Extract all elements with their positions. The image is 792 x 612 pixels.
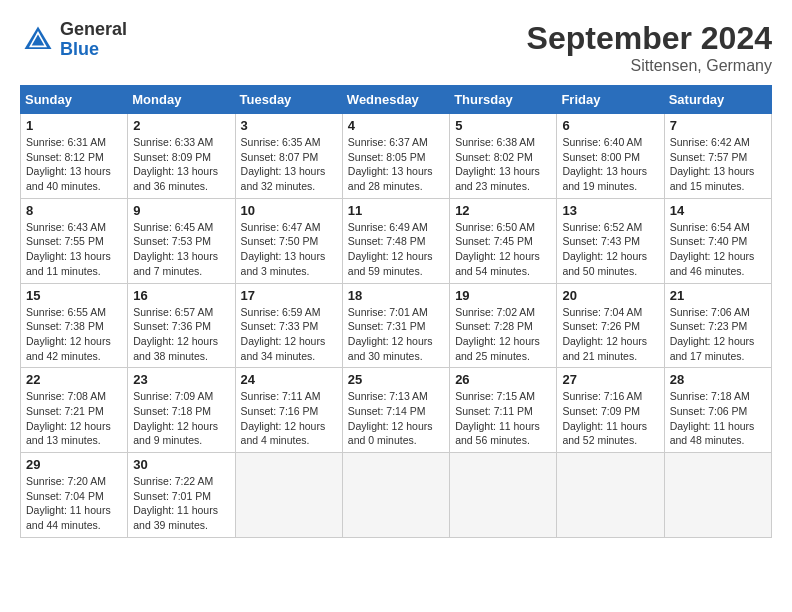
header-sunday: Sunday	[21, 86, 128, 114]
day-cell: 22 Sunrise: 7:08 AMSunset: 7:21 PMDaylig…	[21, 368, 128, 453]
header-monday: Monday	[128, 86, 235, 114]
day-info: Sunrise: 6:49 AMSunset: 7:48 PMDaylight:…	[348, 220, 444, 279]
day-number: 7	[670, 118, 766, 133]
day-info: Sunrise: 7:15 AMSunset: 7:11 PMDaylight:…	[455, 389, 551, 448]
day-cell: 28 Sunrise: 7:18 AMSunset: 7:06 PMDaylig…	[664, 368, 771, 453]
calendar: SundayMondayTuesdayWednesdayThursdayFrid…	[20, 85, 772, 538]
week-row-3: 15 Sunrise: 6:55 AMSunset: 7:38 PMDaylig…	[21, 283, 772, 368]
day-info: Sunrise: 6:43 AMSunset: 7:55 PMDaylight:…	[26, 220, 122, 279]
day-number: 19	[455, 288, 551, 303]
day-info: Sunrise: 6:47 AMSunset: 7:50 PMDaylight:…	[241, 220, 337, 279]
day-info: Sunrise: 6:52 AMSunset: 7:43 PMDaylight:…	[562, 220, 658, 279]
location: Sittensen, Germany	[527, 57, 772, 75]
day-cell: 26 Sunrise: 7:15 AMSunset: 7:11 PMDaylig…	[450, 368, 557, 453]
day-cell: 2 Sunrise: 6:33 AMSunset: 8:09 PMDayligh…	[128, 114, 235, 199]
day-number: 14	[670, 203, 766, 218]
header-tuesday: Tuesday	[235, 86, 342, 114]
day-info: Sunrise: 6:40 AMSunset: 8:00 PMDaylight:…	[562, 135, 658, 194]
day-cell: 30 Sunrise: 7:22 AMSunset: 7:01 PMDaylig…	[128, 453, 235, 538]
day-info: Sunrise: 6:45 AMSunset: 7:53 PMDaylight:…	[133, 220, 229, 279]
day-cell: 11 Sunrise: 6:49 AMSunset: 7:48 PMDaylig…	[342, 198, 449, 283]
day-cell: 7 Sunrise: 6:42 AMSunset: 7:57 PMDayligh…	[664, 114, 771, 199]
day-info: Sunrise: 7:06 AMSunset: 7:23 PMDaylight:…	[670, 305, 766, 364]
day-cell	[664, 453, 771, 538]
day-cell	[557, 453, 664, 538]
week-row-4: 22 Sunrise: 7:08 AMSunset: 7:21 PMDaylig…	[21, 368, 772, 453]
day-cell	[342, 453, 449, 538]
header-wednesday: Wednesday	[342, 86, 449, 114]
day-info: Sunrise: 6:42 AMSunset: 7:57 PMDaylight:…	[670, 135, 766, 194]
day-cell: 12 Sunrise: 6:50 AMSunset: 7:45 PMDaylig…	[450, 198, 557, 283]
day-info: Sunrise: 6:31 AMSunset: 8:12 PMDaylight:…	[26, 135, 122, 194]
day-number: 21	[670, 288, 766, 303]
header-thursday: Thursday	[450, 86, 557, 114]
day-info: Sunrise: 7:08 AMSunset: 7:21 PMDaylight:…	[26, 389, 122, 448]
day-number: 23	[133, 372, 229, 387]
day-number: 25	[348, 372, 444, 387]
day-info: Sunrise: 6:35 AMSunset: 8:07 PMDaylight:…	[241, 135, 337, 194]
day-cell: 24 Sunrise: 7:11 AMSunset: 7:16 PMDaylig…	[235, 368, 342, 453]
logo-blue: Blue	[60, 40, 127, 60]
day-cell: 15 Sunrise: 6:55 AMSunset: 7:38 PMDaylig…	[21, 283, 128, 368]
day-number: 30	[133, 457, 229, 472]
day-cell: 21 Sunrise: 7:06 AMSunset: 7:23 PMDaylig…	[664, 283, 771, 368]
week-row-5: 29 Sunrise: 7:20 AMSunset: 7:04 PMDaylig…	[21, 453, 772, 538]
day-info: Sunrise: 6:55 AMSunset: 7:38 PMDaylight:…	[26, 305, 122, 364]
day-info: Sunrise: 7:13 AMSunset: 7:14 PMDaylight:…	[348, 389, 444, 448]
day-info: Sunrise: 7:16 AMSunset: 7:09 PMDaylight:…	[562, 389, 658, 448]
day-info: Sunrise: 7:22 AMSunset: 7:01 PMDaylight:…	[133, 474, 229, 533]
day-number: 27	[562, 372, 658, 387]
day-cell: 9 Sunrise: 6:45 AMSunset: 7:53 PMDayligh…	[128, 198, 235, 283]
day-cell: 5 Sunrise: 6:38 AMSunset: 8:02 PMDayligh…	[450, 114, 557, 199]
day-cell: 10 Sunrise: 6:47 AMSunset: 7:50 PMDaylig…	[235, 198, 342, 283]
day-cell: 23 Sunrise: 7:09 AMSunset: 7:18 PMDaylig…	[128, 368, 235, 453]
day-info: Sunrise: 7:09 AMSunset: 7:18 PMDaylight:…	[133, 389, 229, 448]
day-number: 4	[348, 118, 444, 133]
day-cell: 13 Sunrise: 6:52 AMSunset: 7:43 PMDaylig…	[557, 198, 664, 283]
day-info: Sunrise: 7:01 AMSunset: 7:31 PMDaylight:…	[348, 305, 444, 364]
day-cell: 1 Sunrise: 6:31 AMSunset: 8:12 PMDayligh…	[21, 114, 128, 199]
day-cell: 4 Sunrise: 6:37 AMSunset: 8:05 PMDayligh…	[342, 114, 449, 199]
week-row-1: 1 Sunrise: 6:31 AMSunset: 8:12 PMDayligh…	[21, 114, 772, 199]
day-cell	[450, 453, 557, 538]
day-cell: 17 Sunrise: 6:59 AMSunset: 7:33 PMDaylig…	[235, 283, 342, 368]
day-cell: 27 Sunrise: 7:16 AMSunset: 7:09 PMDaylig…	[557, 368, 664, 453]
day-number: 6	[562, 118, 658, 133]
week-row-2: 8 Sunrise: 6:43 AMSunset: 7:55 PMDayligh…	[21, 198, 772, 283]
day-number: 20	[562, 288, 658, 303]
day-info: Sunrise: 6:50 AMSunset: 7:45 PMDaylight:…	[455, 220, 551, 279]
day-cell: 18 Sunrise: 7:01 AMSunset: 7:31 PMDaylig…	[342, 283, 449, 368]
day-cell	[235, 453, 342, 538]
day-info: Sunrise: 7:20 AMSunset: 7:04 PMDaylight:…	[26, 474, 122, 533]
day-number: 8	[26, 203, 122, 218]
header-saturday: Saturday	[664, 86, 771, 114]
day-cell: 14 Sunrise: 6:54 AMSunset: 7:40 PMDaylig…	[664, 198, 771, 283]
day-number: 3	[241, 118, 337, 133]
day-cell: 3 Sunrise: 6:35 AMSunset: 8:07 PMDayligh…	[235, 114, 342, 199]
day-number: 26	[455, 372, 551, 387]
day-info: Sunrise: 7:11 AMSunset: 7:16 PMDaylight:…	[241, 389, 337, 448]
day-number: 15	[26, 288, 122, 303]
day-info: Sunrise: 7:18 AMSunset: 7:06 PMDaylight:…	[670, 389, 766, 448]
day-number: 9	[133, 203, 229, 218]
day-number: 22	[26, 372, 122, 387]
logo: General Blue	[20, 20, 127, 60]
day-number: 28	[670, 372, 766, 387]
day-number: 1	[26, 118, 122, 133]
day-cell: 20 Sunrise: 7:04 AMSunset: 7:26 PMDaylig…	[557, 283, 664, 368]
day-number: 13	[562, 203, 658, 218]
day-number: 10	[241, 203, 337, 218]
day-number: 24	[241, 372, 337, 387]
day-info: Sunrise: 7:02 AMSunset: 7:28 PMDaylight:…	[455, 305, 551, 364]
calendar-header-row: SundayMondayTuesdayWednesdayThursdayFrid…	[21, 86, 772, 114]
day-info: Sunrise: 6:57 AMSunset: 7:36 PMDaylight:…	[133, 305, 229, 364]
title-block: September 2024 Sittensen, Germany	[527, 20, 772, 75]
day-info: Sunrise: 6:59 AMSunset: 7:33 PMDaylight:…	[241, 305, 337, 364]
day-number: 16	[133, 288, 229, 303]
day-number: 5	[455, 118, 551, 133]
day-cell: 8 Sunrise: 6:43 AMSunset: 7:55 PMDayligh…	[21, 198, 128, 283]
day-cell: 6 Sunrise: 6:40 AMSunset: 8:00 PMDayligh…	[557, 114, 664, 199]
logo-general: General	[60, 20, 127, 40]
day-info: Sunrise: 6:37 AMSunset: 8:05 PMDaylight:…	[348, 135, 444, 194]
day-number: 11	[348, 203, 444, 218]
